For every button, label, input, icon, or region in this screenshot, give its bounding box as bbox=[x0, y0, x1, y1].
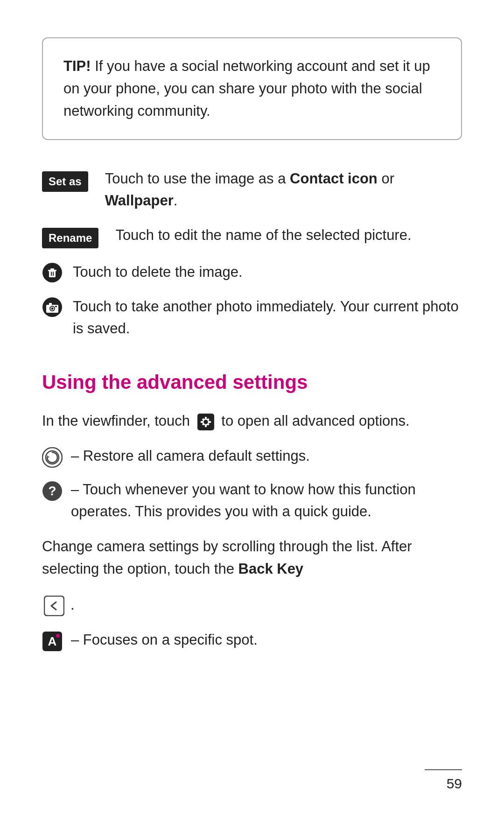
tip-box: TIP! If you have a social networking acc… bbox=[42, 37, 462, 140]
help-icon: ? bbox=[42, 481, 63, 501]
settings-gear-icon bbox=[197, 413, 215, 431]
set-as-badge-icon: Set as bbox=[42, 169, 95, 192]
svg-rect-16 bbox=[205, 425, 207, 427]
list-item-camera: Touch to take another photo immediately.… bbox=[42, 296, 462, 339]
page-container: TIP! If you have a social networking acc… bbox=[0, 0, 504, 822]
advanced-items: – Restore all camera default settings. ?… bbox=[42, 445, 462, 522]
svg-rect-28 bbox=[44, 596, 64, 616]
restore-text: – Restore all camera default settings. bbox=[71, 445, 310, 467]
svg-text:?: ? bbox=[48, 484, 56, 498]
svg-rect-18 bbox=[209, 421, 211, 423]
list-item-delete: Touch to delete the image. bbox=[42, 261, 462, 283]
set-as-badge: Set as bbox=[42, 171, 88, 192]
page-number-line bbox=[425, 769, 462, 770]
change-text-before: Change camera settings by scrolling thro… bbox=[42, 538, 412, 577]
tip-prefix: TIP! bbox=[63, 58, 91, 74]
advanced-item-restore: – Restore all camera default settings. bbox=[42, 445, 462, 468]
focus-text: – Focuses on a specific spot. bbox=[71, 629, 258, 651]
svg-rect-4 bbox=[51, 272, 52, 276]
rename-text: Touch to edit the name of the selected p… bbox=[115, 225, 411, 246]
set-as-text: Touch to use the image as a Contact icon… bbox=[105, 168, 462, 211]
section-heading: Using the advanced settings bbox=[42, 367, 462, 397]
delete-text: Touch to delete the image. bbox=[73, 261, 243, 283]
page-number-area: 59 bbox=[425, 769, 462, 794]
svg-point-10 bbox=[51, 308, 54, 310]
page-number: 59 bbox=[425, 773, 462, 794]
rename-badge: Rename bbox=[42, 228, 98, 248]
rename-badge-icon: Rename bbox=[42, 225, 105, 248]
restore-icon bbox=[42, 447, 63, 468]
viewfinder-text-before: In the viewfinder, touch bbox=[42, 413, 194, 429]
svg-rect-5 bbox=[53, 272, 54, 276]
svg-point-31 bbox=[56, 634, 60, 638]
trash-icon bbox=[42, 262, 63, 283]
svg-rect-13 bbox=[197, 414, 214, 430]
svg-rect-12 bbox=[55, 306, 57, 307]
svg-rect-3 bbox=[50, 268, 54, 270]
advanced-item-focus: A – Focuses on a specific spot. bbox=[42, 629, 462, 652]
viewfinder-paragraph: In the viewfinder, touch to open all adv… bbox=[42, 410, 462, 432]
focus-icon: A bbox=[42, 631, 63, 652]
back-key-icon bbox=[44, 596, 64, 616]
back-key-line: . bbox=[42, 593, 462, 616]
viewfinder-text-after: to open all advanced options. bbox=[221, 413, 409, 429]
camera-icon bbox=[42, 297, 63, 317]
items-list: Set as Touch to use the image as a Conta… bbox=[42, 168, 462, 339]
tip-text: TIP! If you have a social networking acc… bbox=[63, 55, 441, 122]
change-settings-paragraph: Change camera settings by scrolling thro… bbox=[42, 535, 462, 580]
svg-rect-17 bbox=[201, 421, 203, 423]
camera-text: Touch to take another photo immediately.… bbox=[73, 296, 462, 339]
svg-rect-11 bbox=[49, 303, 52, 305]
list-item-set-as: Set as Touch to use the image as a Conta… bbox=[42, 168, 462, 211]
svg-marker-25 bbox=[47, 455, 49, 457]
svg-rect-1 bbox=[49, 271, 56, 277]
help-text: – Touch whenever you want to know how th… bbox=[71, 479, 462, 522]
back-key-bold: Back Key bbox=[238, 561, 304, 577]
advanced-item-help: ? – Touch whenever you want to know how … bbox=[42, 479, 462, 522]
svg-rect-15 bbox=[205, 417, 207, 419]
tip-body: If you have a social networking account … bbox=[63, 58, 430, 119]
svg-text:A: A bbox=[48, 634, 57, 648]
list-item-rename: Rename Touch to edit the name of the sel… bbox=[42, 225, 462, 248]
